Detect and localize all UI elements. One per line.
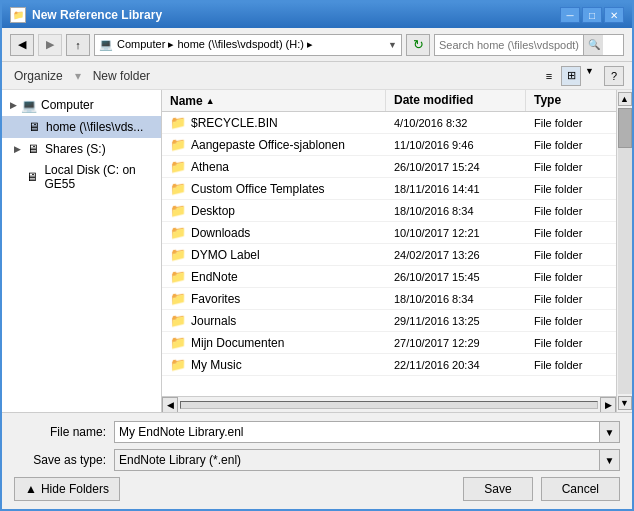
- save-button[interactable]: Save: [463, 477, 532, 501]
- filename-label: File name:: [14, 425, 114, 439]
- file-name-cell: 📁 Downloads: [162, 223, 386, 242]
- file-date-cell: 11/10/2016 9:46: [386, 137, 526, 153]
- column-date[interactable]: Date modified: [386, 90, 526, 111]
- filename-input[interactable]: [114, 421, 600, 443]
- table-row[interactable]: 📁 EndNote 26/10/2017 15:45 File folder: [162, 266, 616, 288]
- up-button[interactable]: ↑: [66, 34, 90, 56]
- vscroll-up-button[interactable]: ▲: [618, 92, 632, 106]
- file-name-text: Mijn Documenten: [191, 336, 284, 350]
- file-area: Name ▲ Date modified Type 📁 $RECYCLE.BIN…: [162, 90, 616, 412]
- action-row: ▲ Hide Folders Save Cancel: [14, 477, 620, 501]
- file-type-cell: File folder: [526, 225, 616, 241]
- hscroll-left-button[interactable]: ◀: [162, 397, 178, 413]
- search-input[interactable]: [439, 39, 579, 51]
- table-row[interactable]: 📁 DYMO Label 24/02/2017 13:26 File folde…: [162, 244, 616, 266]
- organize-button[interactable]: Organize: [10, 67, 67, 85]
- filetype-input: [114, 449, 600, 471]
- file-date-cell: 4/10/2016 8:32: [386, 115, 526, 131]
- file-list: 📁 $RECYCLE.BIN 4/10/2016 8:32 File folde…: [162, 112, 616, 396]
- table-row[interactable]: 📁 My Music 22/11/2016 20:34 File folder: [162, 354, 616, 376]
- horizontal-scrollbar[interactable]: ◀ ▶: [162, 396, 616, 412]
- folder-icon: 📁: [170, 203, 186, 218]
- filetype-row: Save as type: ▼: [14, 449, 620, 471]
- file-name-text: Favorites: [191, 292, 240, 306]
- path-text: Computer ▸ home (\\files\vdspodt) (H:) ▸: [117, 38, 384, 51]
- drive-icon-shares: 🖥: [25, 141, 41, 157]
- vscroll-thumb[interactable]: [618, 108, 632, 148]
- file-name-cell: 📁 Aangepaste Office-sjablonen: [162, 135, 386, 154]
- table-row[interactable]: 📁 $RECYCLE.BIN 4/10/2016 8:32 File folde…: [162, 112, 616, 134]
- table-row[interactable]: 📁 Custom Office Templates 18/11/2016 14:…: [162, 178, 616, 200]
- file-date-cell: 22/11/2016 20:34: [386, 357, 526, 373]
- table-row[interactable]: 📁 Downloads 10/10/2017 12:21 File folder: [162, 222, 616, 244]
- filename-row: File name: ▼: [14, 421, 620, 443]
- table-row[interactable]: 📁 Favorites 18/10/2016 8:34 File folder: [162, 288, 616, 310]
- sidebar-item-computer[interactable]: ▶ 💻 Computer: [2, 94, 161, 116]
- folder-icon: 📁: [170, 357, 186, 372]
- view-details-button[interactable]: ⊞: [561, 66, 581, 86]
- column-type[interactable]: Type: [526, 90, 616, 111]
- minimize-button[interactable]: ─: [560, 7, 580, 23]
- folder-icon: 📁: [170, 269, 186, 284]
- filename-dropdown-button[interactable]: ▼: [600, 421, 620, 443]
- vscroll-down-button[interactable]: ▼: [618, 396, 632, 410]
- hscroll-right-button[interactable]: ▶: [600, 397, 616, 413]
- column-name[interactable]: Name ▲: [162, 90, 386, 111]
- table-row[interactable]: 📁 Mijn Documenten 27/10/2017 12:29 File …: [162, 332, 616, 354]
- refresh-button[interactable]: ↻: [406, 34, 430, 56]
- file-type-cell: File folder: [526, 357, 616, 373]
- file-type-cell: File folder: [526, 313, 616, 329]
- sidebar-item-localdisk[interactable]: 🖥 Local Disk (C: on GE55: [2, 160, 161, 194]
- folder-icon: 📁: [170, 291, 186, 306]
- help-button[interactable]: ?: [604, 66, 624, 86]
- nav-toolbar: ◀ ▶ ↑ 💻 Computer ▸ home (\\files\vdspodt…: [2, 28, 632, 62]
- main-area: ▶ 💻 Computer 🖥 home (\\files\vds... ▶ 🖥 …: [2, 90, 632, 412]
- sidebar-item-home[interactable]: 🖥 home (\\files\vds...: [2, 116, 161, 138]
- file-date-cell: 26/10/2017 15:45: [386, 269, 526, 285]
- file-name-cell: 📁 Favorites: [162, 289, 386, 308]
- file-date-cell: 10/10/2017 12:21: [386, 225, 526, 241]
- path-dropdown[interactable]: 💻 Computer ▸ home (\\files\vdspodt) (H:)…: [94, 34, 402, 56]
- file-name-cell: 📁 Mijn Documenten: [162, 333, 386, 352]
- bottom-area: File name: ▼ Save as type: ▼ ▲ Hide Fold…: [2, 412, 632, 509]
- file-type-cell: File folder: [526, 269, 616, 285]
- back-button[interactable]: ◀: [10, 34, 34, 56]
- folder-icon: 📁: [170, 115, 186, 130]
- file-date-cell: 26/10/2017 15:24: [386, 159, 526, 175]
- folder-icon: 📁: [170, 137, 186, 152]
- sort-arrow: ▲: [206, 96, 215, 106]
- hscroll-track[interactable]: [180, 401, 598, 409]
- file-name-text: My Music: [191, 358, 242, 372]
- sidebar-item-shares[interactable]: ▶ 🖥 Shares (S:): [2, 138, 161, 160]
- file-date-cell: 18/10/2016 8:34: [386, 203, 526, 219]
- title-bar-buttons: ─ □ ✕: [560, 7, 624, 23]
- table-row[interactable]: 📁 Desktop 18/10/2016 8:34 File folder: [162, 200, 616, 222]
- table-row[interactable]: 📁 Aangepaste Office-sjablonen 11/10/2016…: [162, 134, 616, 156]
- new-folder-button[interactable]: New folder: [89, 67, 154, 85]
- file-type-cell: File folder: [526, 181, 616, 197]
- sidebar-item-label-home: home (\\files\vds...: [46, 120, 143, 134]
- file-type-cell: File folder: [526, 203, 616, 219]
- search-button[interactable]: 🔍: [583, 35, 603, 55]
- window: 📁 New Reference Library ─ □ ✕ ◀ ▶ ↑ 💻 Co…: [0, 0, 634, 511]
- forward-button[interactable]: ▶: [38, 34, 62, 56]
- cancel-button[interactable]: Cancel: [541, 477, 620, 501]
- table-row[interactable]: 📁 Journals 29/11/2016 13:25 File folder: [162, 310, 616, 332]
- file-name-cell: 📁 EndNote: [162, 267, 386, 286]
- filetype-dropdown-button[interactable]: ▼: [600, 449, 620, 471]
- hide-folders-button[interactable]: ▲ Hide Folders: [14, 477, 120, 501]
- search-box: 🔍: [434, 34, 624, 56]
- maximize-button[interactable]: □: [582, 7, 602, 23]
- file-name-text: Desktop: [191, 204, 235, 218]
- vertical-scrollbar[interactable]: ▲ ▼: [616, 90, 632, 412]
- path-dropdown-arrow: ▼: [388, 40, 397, 50]
- file-date-cell: 18/11/2016 14:41: [386, 181, 526, 197]
- view-dropdown-arrow[interactable]: ▼: [583, 66, 596, 86]
- file-type-cell: File folder: [526, 159, 616, 175]
- file-name-text: $RECYCLE.BIN: [191, 116, 278, 130]
- file-type-cell: File folder: [526, 291, 616, 307]
- folder-icon: 📁: [170, 225, 186, 240]
- view-list-button[interactable]: ≡: [539, 66, 559, 86]
- close-button[interactable]: ✕: [604, 7, 624, 23]
- table-row[interactable]: 📁 Athena 26/10/2017 15:24 File folder: [162, 156, 616, 178]
